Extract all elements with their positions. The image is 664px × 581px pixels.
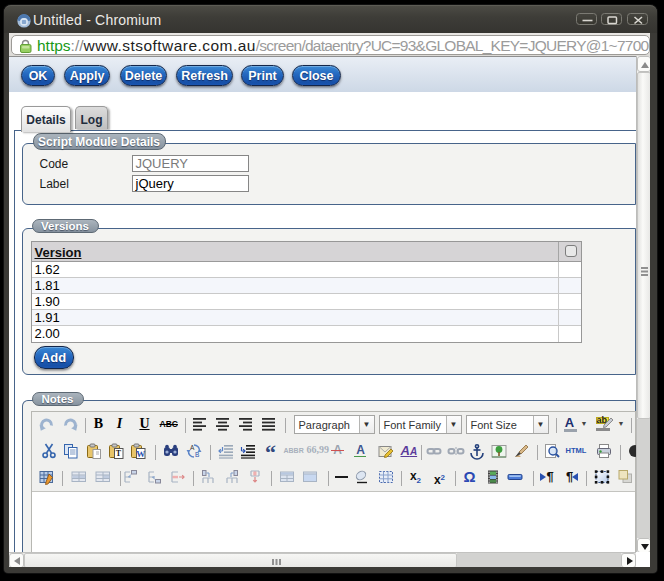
svg-text:A: A xyxy=(190,443,195,450)
svg-text:T: T xyxy=(115,449,121,458)
svg-text:W: W xyxy=(136,448,145,458)
svg-text:B: B xyxy=(195,450,199,457)
